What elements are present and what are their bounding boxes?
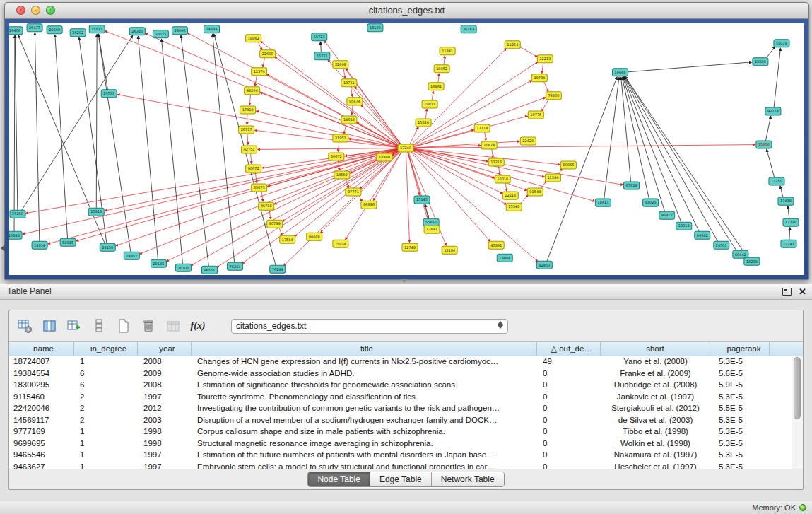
graph-node[interactable]: 76194 — [270, 265, 286, 273]
graph-node[interactable]: 90672 — [246, 165, 261, 173]
graph-node[interactable]: 19811 — [422, 100, 437, 108]
table-row[interactable]: 1830029562008Estimation of significance … — [9, 379, 792, 391]
graph-node[interactable]: 42751 — [242, 146, 257, 153]
graph-edge[interactable] — [355, 87, 401, 146]
graph-edge[interactable] — [269, 209, 271, 219]
graph-edge[interactable] — [339, 141, 339, 151]
graph-edge[interactable] — [624, 77, 700, 233]
table-row[interactable]: 946554611997Estimation of the future num… — [9, 449, 792, 461]
graph-edge[interactable] — [21, 35, 133, 211]
zoom-window-icon[interactable]: + — [46, 6, 55, 15]
graph-node[interactable]: 16016 — [495, 175, 510, 183]
table-row[interactable]: 1456911722003Disruption of a novel membe… — [9, 414, 792, 426]
graph-edge[interactable] — [485, 132, 486, 141]
graph-node[interactable]: 67919 — [624, 182, 640, 189]
graph-node[interactable]: 16961 — [428, 83, 444, 90]
graph-node[interactable]: 15918 — [88, 208, 104, 216]
graph-edge[interactable] — [498, 165, 500, 175]
graph-node[interactable]: 15549 — [506, 203, 522, 211]
graph-edge[interactable] — [249, 94, 250, 105]
graph-node[interactable]: 17818 — [240, 106, 256, 114]
delete-icon[interactable] — [140, 317, 157, 334]
close-window-icon[interactable]: × — [16, 6, 25, 15]
graph-node[interactable]: 18239 — [744, 257, 760, 265]
graph-node[interactable]: 13751 — [341, 79, 357, 87]
table-row[interactable]: 946362711997Embryonic stem cells: a mode… — [9, 461, 792, 469]
graph-edge[interactable] — [623, 77, 665, 212]
close-panel-icon[interactable]: ✕ — [799, 284, 806, 299]
graph-edge[interactable] — [251, 153, 252, 163]
graph-node[interactable]: 22420 — [520, 137, 536, 145]
new-file-icon[interactable] — [115, 317, 132, 334]
graph-node[interactable]: 13250 — [769, 177, 784, 185]
graph-node[interactable]: 15145 — [414, 196, 430, 204]
graph-node[interactable]: 15913 — [89, 25, 105, 33]
sidebar-collapse-handle[interactable] — [1, 245, 5, 252]
graph-node[interactable]: 12710 — [783, 218, 799, 226]
graph-node[interactable]: 22608 — [333, 61, 348, 69]
tab-edge-table[interactable]: Edge Table — [370, 472, 431, 486]
graph-node[interactable]: 15034 — [333, 240, 348, 247]
graph-node[interactable]: 12374 — [252, 68, 267, 76]
graph-edge[interactable] — [412, 145, 755, 148]
graph-edge[interactable] — [425, 109, 427, 119]
graph-edge[interactable] — [98, 34, 131, 252]
graph-edge[interactable] — [321, 42, 322, 52]
graph-node[interactable]: 80965 — [560, 161, 576, 169]
graph-edge[interactable] — [408, 151, 420, 195]
graph-node[interactable]: 44204 — [245, 87, 260, 95]
table-row[interactable]: 1938455462009Genome-wide association stu… — [9, 368, 792, 380]
graph-node[interactable]: 69542 — [695, 231, 710, 239]
graph-node[interactable]: 91544 — [527, 188, 543, 196]
graph-node[interactable]: 17438 — [778, 197, 794, 205]
column-settings-icon[interactable] — [16, 317, 33, 334]
vertical-scrollbar[interactable] — [792, 356, 803, 469]
import-table-icon[interactable] — [165, 317, 182, 334]
graph-edge[interactable] — [765, 116, 770, 141]
graph-node[interactable]: 93025 — [643, 199, 659, 206]
graph-edge[interactable] — [406, 152, 409, 243]
graph-node[interactable]: 92774 — [765, 107, 781, 115]
graph-node[interactable]: 20707 — [175, 264, 191, 271]
column-header-0[interactable]: name — [9, 342, 74, 356]
graph-node[interactable]: 12213 — [537, 55, 553, 63]
row-options-icon[interactable] — [90, 317, 107, 334]
graph-node[interactable]: 14618 — [341, 116, 357, 124]
graph-edge[interactable] — [96, 34, 97, 208]
graph-node[interactable]: 17584 — [280, 235, 295, 243]
graph-node[interactable]: 26608 — [47, 26, 62, 34]
graph-node[interactable]: 18104 — [442, 246, 457, 254]
graph-edge[interactable] — [14, 35, 15, 231]
network-canvas[interactable]: 2640626477266082620215913263251007526446… — [9, 23, 804, 275]
graph-edge[interactable] — [412, 148, 560, 165]
graph-node[interactable]: 19862 — [246, 35, 261, 42]
graph-edge[interactable] — [15, 35, 18, 210]
function-builder-icon[interactable]: f(x) — [189, 317, 206, 334]
graph-node[interactable]: 35673 — [252, 184, 267, 192]
graph-node[interactable]: 77714 — [474, 124, 490, 132]
graph-edge[interactable] — [187, 33, 400, 146]
graph-edge[interactable] — [438, 74, 440, 83]
graph-node[interactable]: 55721 — [314, 52, 330, 60]
graph-node[interactable]: 26325 — [129, 28, 145, 35]
graph-edge[interactable] — [788, 206, 789, 218]
graph-node[interactable]: 92450 — [536, 261, 552, 269]
graph-node[interactable]: 14634 — [204, 25, 219, 33]
graph-node[interactable]: 24957 — [124, 252, 139, 259]
column-header-3[interactable]: title — [192, 342, 537, 356]
graph-edge[interactable] — [283, 151, 401, 266]
graph-node[interactable]: 76254 — [228, 262, 243, 270]
graph-edge[interactable] — [519, 46, 538, 57]
graph-edge[interactable] — [541, 98, 549, 111]
graph-edge[interactable] — [492, 148, 493, 158]
column-header-1[interactable]: in_degree — [74, 342, 138, 356]
tab-network-table[interactable]: Network Table — [431, 472, 504, 486]
column-header-2[interactable]: year — [138, 342, 192, 356]
graph-node[interactable]: 10914 — [676, 222, 692, 230]
graph-node[interactable]: 18300 — [377, 153, 392, 161]
graph-edge[interactable] — [247, 113, 247, 124]
graph-edge[interactable] — [412, 148, 545, 177]
graph-node[interactable]: 12749 — [402, 243, 418, 251]
graph-node[interactable]: 18130 — [367, 24, 383, 32]
graph-edge[interactable] — [138, 36, 158, 260]
